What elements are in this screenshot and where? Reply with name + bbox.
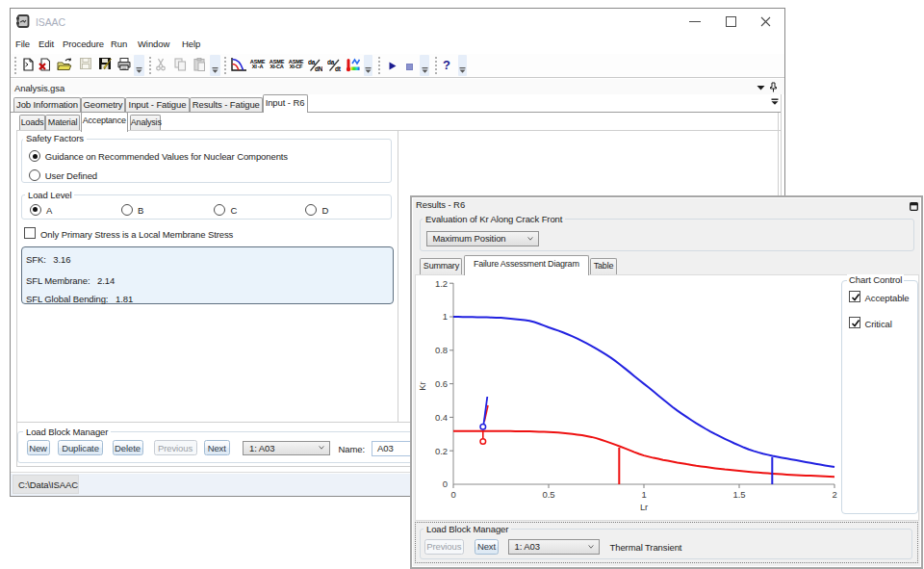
svg-text:da: da bbox=[327, 59, 335, 65]
svg-text:0.5: 0.5 bbox=[543, 489, 555, 500]
svg-text:1.5: 1.5 bbox=[733, 489, 746, 500]
svg-text:0.6: 0.6 bbox=[435, 377, 448, 388]
svg-text:da: da bbox=[308, 59, 316, 65]
svg-text:0.8: 0.8 bbox=[435, 345, 448, 355]
svg-text:dt: dt bbox=[335, 65, 342, 72]
svg-text:0.2: 0.2 bbox=[435, 445, 448, 455]
svg-text:2: 2 bbox=[832, 489, 836, 500]
svg-text:Kr: Kr bbox=[417, 381, 427, 390]
svg-text:dN: dN bbox=[315, 65, 322, 72]
svg-text:1: 1 bbox=[443, 311, 448, 322]
svg-text:1.2: 1.2 bbox=[435, 277, 448, 288]
svg-text:0: 0 bbox=[450, 489, 455, 500]
svg-text:0: 0 bbox=[443, 478, 448, 489]
svg-text:0.4: 0.4 bbox=[435, 411, 448, 422]
svg-text:1: 1 bbox=[641, 489, 646, 500]
svg-text:Lr: Lr bbox=[640, 502, 648, 512]
